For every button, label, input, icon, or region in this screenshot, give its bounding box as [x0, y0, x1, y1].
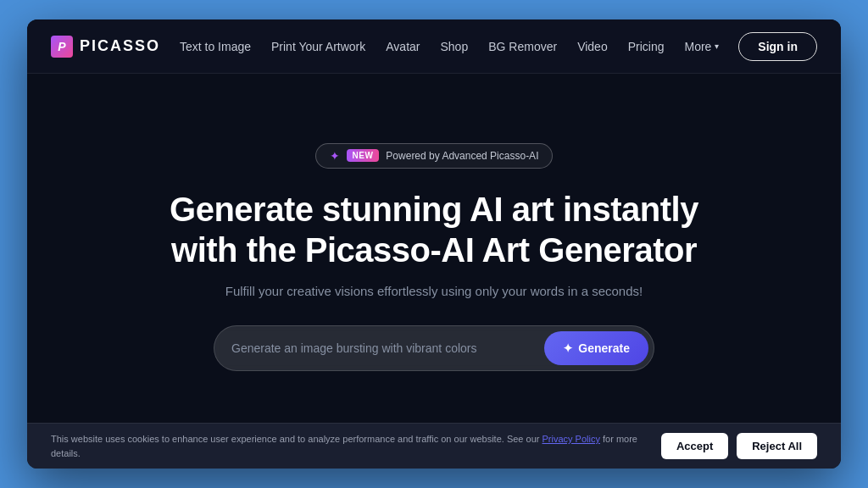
cookie-accept-button[interactable]: Accept	[661, 433, 728, 459]
cookie-banner: This website uses cookies to enhance use…	[27, 423, 841, 469]
cookie-reject-button[interactable]: Reject All	[737, 433, 817, 459]
nav-link-avatar[interactable]: Avatar	[386, 40, 420, 53]
privacy-policy-link[interactable]: Privacy Policy	[542, 434, 599, 444]
generate-button-label: Generate	[578, 341, 630, 355]
nav-link-shop[interactable]: Shop	[441, 40, 469, 53]
sparkle-btn-icon: ✦	[563, 341, 573, 355]
nav-item-shop[interactable]: Shop	[441, 39, 469, 54]
nav-item-pricing[interactable]: Pricing	[628, 39, 665, 54]
cookie-buttons: Accept Reject All	[661, 433, 817, 459]
nav-item-bg-remover[interactable]: BG Remover	[488, 39, 557, 54]
chevron-down-icon: ▾	[715, 42, 719, 51]
main-content: ✦ NEW Powered by Advanced Picasso-AI Gen…	[27, 74, 841, 423]
hero-subheadline: Fulfill your creative visions effortless…	[225, 284, 643, 298]
nav-link-text-to-image[interactable]: Text to Image	[180, 40, 251, 53]
nav-link-pricing[interactable]: Pricing	[628, 40, 665, 53]
sign-in-button[interactable]: Sign in	[738, 32, 817, 61]
nav-item-print-your-artwork[interactable]: Print Your Artwork	[271, 39, 365, 54]
sparkle-icon: ✦	[330, 149, 340, 163]
generate-bar: ✦ Generate	[214, 325, 654, 371]
new-badge-description: Powered by Advanced Picasso-AI	[386, 150, 538, 162]
nav-link-more[interactable]: More ▾	[684, 40, 719, 53]
cookie-text: This website uses cookies to enhance use…	[51, 432, 648, 460]
app-window: P PICASSO Text to Image Print Your Artwo…	[27, 19, 841, 469]
logo-area: P PICASSO	[51, 36, 160, 58]
new-badge-label: NEW	[347, 149, 380, 162]
generate-button[interactable]: ✦ Generate	[544, 331, 648, 365]
nav-link-bg-remover[interactable]: BG Remover	[488, 40, 557, 53]
cookie-message: This website uses cookies to enhance use…	[51, 434, 539, 444]
nav-link-video[interactable]: Video	[577, 40, 608, 53]
nav-links: Text to Image Print Your Artwork Avatar …	[180, 39, 719, 54]
nav-link-print-your-artwork[interactable]: Print Your Artwork	[271, 40, 365, 53]
new-badge: ✦ NEW Powered by Advanced Picasso-AI	[315, 143, 554, 169]
nav-item-avatar[interactable]: Avatar	[386, 39, 420, 54]
generate-input[interactable]	[231, 333, 544, 363]
hero-headline: Generate stunning AI art instantly with …	[146, 189, 722, 270]
nav-item-video[interactable]: Video	[577, 39, 608, 54]
nav-item-text-to-image[interactable]: Text to Image	[180, 39, 251, 54]
logo-icon: P	[51, 36, 73, 58]
navbar: P PICASSO Text to Image Print Your Artwo…	[27, 19, 841, 74]
logo-text: PICASSO	[80, 37, 160, 55]
nav-item-more[interactable]: More ▾	[684, 40, 719, 53]
